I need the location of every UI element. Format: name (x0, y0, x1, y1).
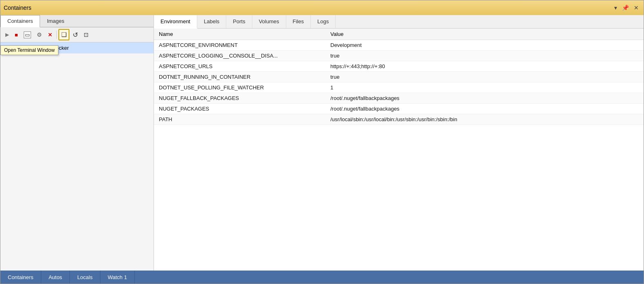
refresh-button[interactable]: ↺ (70, 29, 80, 40)
refresh-icon: ↺ (73, 31, 78, 39)
terminal-button[interactable]: ▭ (21, 30, 33, 40)
env-value-cell: /root/.nuget/fallbackpackages (325, 104, 644, 114)
env-name-cell: DOTNET_USE_POLLING_FILE_WATCHER (154, 82, 325, 93)
table-row: ASPNETCORE_LOGGING__CONSOLE__DISA...true (154, 51, 644, 61)
env-name-cell: ASPNETCORE_LOGGING__CONSOLE__DISA... (154, 51, 325, 61)
table-row: NUGET_PACKAGES/root/.nuget/fallbackpacka… (154, 104, 644, 114)
tooltip-popup: Open Terminal Window (0, 45, 58, 55)
copy-all-button[interactable]: ⊡ (81, 30, 91, 40)
close-button[interactable]: ✕ (632, 4, 640, 12)
main-area: Containers Images ▶ ■ ▭ ⚙ (0, 15, 644, 284)
title-bar: Containers ▾ 📌 ✕ (0, 0, 644, 15)
env-value-cell: 1 (325, 82, 644, 93)
env-value-cell: true (325, 72, 644, 82)
window-title: Containers (4, 4, 31, 11)
col-header-value: Value (325, 29, 644, 40)
bottom-tabs: Containers Autos Locals Watch 1 (0, 271, 644, 284)
table-row: NUGET_FALLBACK_PACKAGES/root/.nuget/fall… (154, 93, 644, 104)
env-name-cell: NUGET_PACKAGES (154, 104, 325, 114)
minimize-button[interactable]: ▾ (613, 4, 619, 12)
container-list: WebApplication-Docker (0, 42, 154, 271)
bottom-tab-autos[interactable]: Autos (41, 271, 70, 284)
env-value-cell: true (325, 51, 644, 61)
terminal-icon: ▭ (24, 31, 31, 38)
settings-icon: ⚙ (37, 31, 42, 38)
tab-containers[interactable]: Containers (0, 15, 40, 27)
stop-button[interactable]: ■ (12, 30, 20, 40)
play-icon: ▶ (5, 32, 9, 38)
stop-icon: ■ (15, 32, 18, 38)
toolbar-separator (56, 31, 57, 39)
env-name-cell: PATH (154, 114, 325, 125)
tab-images[interactable]: Images (40, 15, 71, 27)
bottom-tab-containers[interactable]: Containers (0, 271, 41, 284)
tab-ports[interactable]: Ports (226, 15, 252, 28)
delete-icon: ✕ (48, 32, 52, 38)
col-header-name: Name (154, 29, 325, 40)
copy-icon: ❑ (61, 31, 67, 38)
left-top-tabs: Containers Images (0, 15, 154, 27)
settings-button[interactable]: ⚙ (34, 30, 45, 40)
env-name-cell: DOTNET_RUNNING_IN_CONTAINER (154, 72, 325, 82)
title-bar-controls: ▾ 📌 ✕ (613, 4, 640, 12)
tab-volumes[interactable]: Volumes (252, 15, 286, 28)
bottom-tab-locals[interactable]: Locals (70, 271, 100, 284)
left-panel: Containers Images ▶ ■ ▭ ⚙ (0, 15, 154, 271)
table-row: DOTNET_RUNNING_IN_CONTAINERtrue (154, 72, 644, 82)
env-table: Name Value ASPNETCORE_ENVIRONMENTDevelop… (154, 29, 644, 125)
env-value-cell: /root/.nuget/fallbackpackages (325, 93, 644, 104)
tab-environment[interactable]: Environment (154, 15, 197, 29)
play-button[interactable]: ▶ (3, 30, 11, 39)
right-panel: Environment Labels Ports Volumes Files L… (154, 15, 644, 271)
table-row: DOTNET_USE_POLLING_FILE_WATCHER1 (154, 82, 644, 93)
bottom-tab-watch1[interactable]: Watch 1 (100, 271, 135, 284)
env-name-cell: ASPNETCORE_URLS (154, 61, 325, 72)
main-window: Containers ▾ 📌 ✕ Containers Images ▶ (0, 0, 644, 284)
env-name-cell: ASPNETCORE_ENVIRONMENT (154, 40, 325, 51)
table-row: ASPNETCORE_URLShttps://+:443;http://+:80 (154, 61, 644, 72)
detail-tabs: Environment Labels Ports Volumes Files L… (154, 15, 644, 29)
env-value-cell: Development (325, 40, 644, 51)
env-name-cell: NUGET_FALLBACK_PACKAGES (154, 93, 325, 104)
toolbar: ▶ ■ ▭ ⚙ ✕ ❑ (0, 27, 154, 42)
title-bar-left: Containers (4, 4, 31, 11)
env-value-cell: https://+:443;http://+:80 (325, 61, 644, 72)
env-value-cell: /usr/local/sbin:/usr/local/bin:/usr/sbin… (325, 114, 644, 125)
copy-all-icon: ⊡ (84, 31, 89, 38)
env-table-container: Name Value ASPNETCORE_ENVIRONMENTDevelop… (154, 29, 644, 271)
tab-files[interactable]: Files (286, 15, 311, 28)
copy-button[interactable]: ❑ (58, 29, 69, 40)
tab-logs[interactable]: Logs (311, 15, 336, 28)
pin-button[interactable]: 📌 (620, 4, 631, 12)
table-row: ASPNETCORE_ENVIRONMENTDevelopment (154, 40, 644, 51)
content-area: Containers Images ▶ ■ ▭ ⚙ (0, 15, 644, 271)
table-row: PATH/usr/local/sbin:/usr/local/bin:/usr/… (154, 114, 644, 125)
tab-labels[interactable]: Labels (197, 15, 226, 28)
delete-button[interactable]: ✕ (45, 30, 55, 40)
